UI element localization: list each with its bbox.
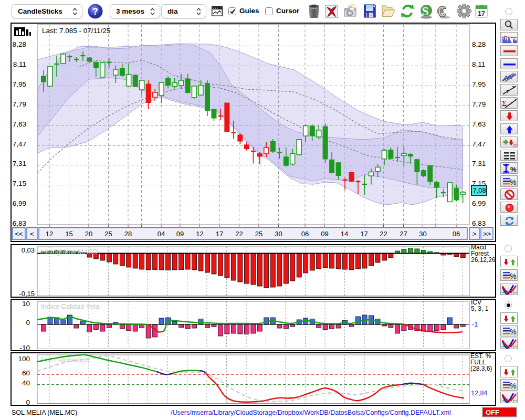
svg-text:6,99: 6,99 [13, 200, 26, 207]
svg-text:15: 15 [65, 230, 72, 238]
svg-text:8,11: 8,11 [13, 60, 26, 68]
svg-text:17: 17 [360, 230, 368, 238]
svg-text:€: € [437, 3, 446, 19]
svg-text:%: % [510, 166, 517, 174]
svg-text:26,12,26: 26,12,26 [471, 256, 496, 264]
svg-text:20: 20 [85, 230, 92, 238]
svg-text:27: 27 [400, 230, 407, 238]
svg-text:09: 09 [176, 230, 184, 238]
svg-text:/Users/mserra/Library/CloudSto: /Users/mserra/Library/CloudStorage/Dropb… [171, 409, 451, 416]
svg-text:12: 12 [196, 230, 203, 238]
svg-text:25: 25 [104, 230, 112, 238]
svg-text:%: % [510, 328, 516, 336]
svg-text:30: 30 [419, 230, 426, 238]
svg-text:22: 22 [235, 230, 243, 238]
svg-text:60: 60 [22, 369, 30, 377]
svg-text:7,79: 7,79 [13, 100, 26, 108]
svg-text:%: % [510, 178, 516, 186]
svg-text:7,31: 7,31 [13, 160, 26, 167]
svg-text:17: 17 [216, 230, 223, 238]
svg-text:<<: << [15, 230, 23, 238]
svg-text:Histograma MACD: Histograma MACD [41, 248, 98, 256]
svg-text:SOL MELIA (MEL.MC): SOL MELIA (MEL.MC) [12, 409, 77, 416]
svg-text:7,08: 7,08 [473, 186, 486, 194]
svg-text:7,63: 7,63 [13, 120, 26, 128]
svg-text:7,47: 7,47 [472, 140, 486, 148]
svg-text:S: S [422, 4, 429, 18]
svg-text:-1: -1 [472, 321, 478, 328]
svg-text:7,47: 7,47 [13, 140, 26, 148]
svg-text:7,15: 7,15 [13, 180, 26, 187]
svg-text:09: 09 [321, 230, 328, 238]
svg-text:12,84: 12,84 [471, 390, 487, 397]
svg-text:7,95: 7,95 [472, 80, 486, 88]
svg-text:6,83: 6,83 [472, 219, 486, 227]
svg-text:0,03: 0,03 [22, 246, 35, 254]
svg-text:30: 30 [275, 230, 282, 238]
svg-text:7,95: 7,95 [13, 80, 26, 88]
svg-text:06: 06 [301, 230, 309, 238]
svg-text:-10: -10 [19, 344, 30, 352]
svg-text:8,28: 8,28 [13, 40, 26, 48]
svg-text:14: 14 [341, 230, 348, 238]
svg-text:28: 28 [124, 230, 132, 238]
svg-text:?: ? [92, 6, 98, 17]
svg-text:17: 17 [478, 10, 485, 17]
svg-text:25: 25 [255, 230, 262, 238]
svg-text:5, 3, 1: 5, 3, 1 [471, 305, 489, 312]
svg-text:22: 22 [380, 230, 387, 238]
svg-text:0: 0 [26, 319, 30, 327]
svg-text:7,79: 7,79 [472, 100, 486, 108]
svg-text:0: 0 [26, 398, 30, 406]
svg-text:8,11: 8,11 [472, 60, 485, 68]
svg-text:>: > [472, 230, 477, 238]
svg-text:8,28: 8,28 [472, 40, 486, 48]
svg-text:%: % [510, 272, 516, 280]
svg-text:12: 12 [46, 230, 53, 238]
svg-text:06: 06 [453, 230, 460, 238]
svg-text:>>: >> [483, 230, 491, 238]
svg-text:(28,3,6): (28,3,6) [470, 365, 492, 372]
svg-text:40: 40 [22, 379, 30, 387]
svg-text:-0,15: -0,15 [19, 290, 35, 298]
svg-text:6,99: 6,99 [472, 200, 486, 207]
svg-text:6,83: 6,83 [13, 219, 26, 227]
svg-text:<: < [30, 230, 34, 238]
svg-text:Indice Calidad Vela: Indice Calidad Vela [41, 302, 100, 310]
svg-text:04: 04 [158, 230, 165, 238]
svg-text:7,63: 7,63 [472, 120, 486, 128]
svg-text:Last: 7.085 - 07/11/25: Last: 7.085 - 07/11/25 [42, 27, 110, 35]
svg-text:10: 10 [22, 300, 30, 308]
svg-text:100: 100 [18, 355, 30, 363]
svg-text:7,31: 7,31 [472, 160, 486, 167]
svg-text:%: % [510, 382, 516, 390]
svg-text:OFF: OFF [486, 408, 499, 416]
